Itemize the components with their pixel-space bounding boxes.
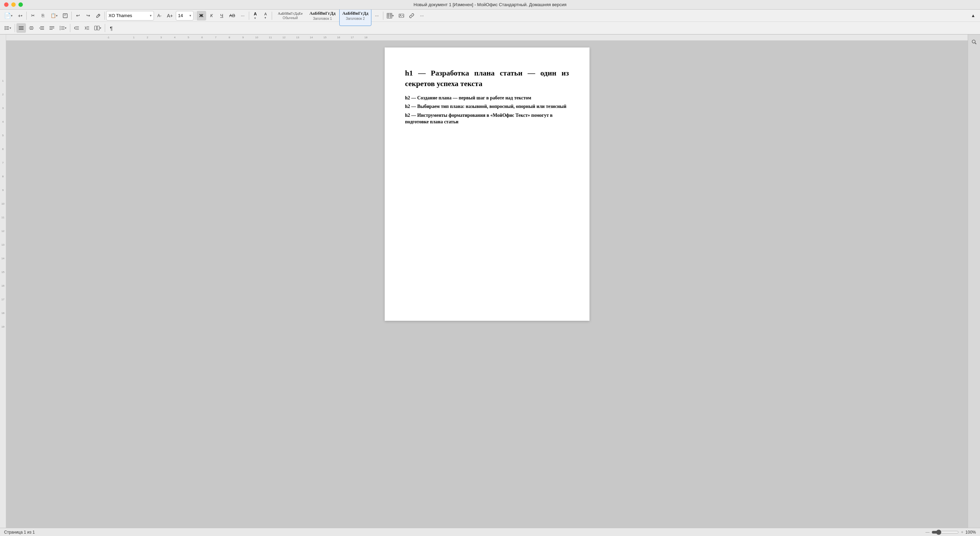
ruler-17: 17 <box>345 36 359 39</box>
zoom-slider[interactable] <box>932 530 959 535</box>
font-family-selector[interactable]: XO Thames ▾ <box>106 11 154 21</box>
cut-btn[interactable]: ✂ <box>28 11 38 21</box>
clear-format-btn[interactable] <box>94 11 103 21</box>
undo-btn[interactable]: ↩ <box>73 11 83 21</box>
table-btn[interactable]: ▾ <box>385 11 396 21</box>
line-spacing-icon <box>59 25 65 31</box>
link-btn[interactable] <box>407 11 417 21</box>
svg-rect-2 <box>387 13 392 18</box>
svg-point-8 <box>400 14 401 15</box>
sep-r3 <box>105 24 105 32</box>
style-heading1-preview: АаБбВвГгДд <box>310 11 336 16</box>
svg-point-13 <box>5 29 6 30</box>
indent-increase-btn[interactable] <box>82 23 91 33</box>
ruler-mark-2: 2 <box>0 93 6 107</box>
align-center-icon <box>29 25 34 31</box>
svg-point-11 <box>5 28 6 29</box>
ruler-top: -1 1 2 3 4 5 6 7 8 9 10 11 12 13 14 15 1… <box>6 35 968 41</box>
highlight-btn[interactable]: A ▾ <box>261 11 270 21</box>
ruler-11: 11 <box>264 36 277 39</box>
sep4 <box>195 12 195 20</box>
document-h2-2[interactable]: h2 — Выбираем тип плана: назывной, вопро… <box>405 103 569 110</box>
ruler-10: 10 <box>250 36 264 39</box>
ruler-left: 1 2 3 4 5 6 7 8 9 10 11 12 13 14 15 16 1… <box>0 35 6 528</box>
format-copy-btn[interactable] <box>60 11 70 21</box>
zoom-minus-label: — <box>925 530 929 534</box>
unordered-list-btn[interactable]: ▾ <box>2 23 13 33</box>
underline-btn[interactable]: Ч <box>217 11 227 21</box>
strikethrough-btn[interactable]: АВ <box>228 11 237 21</box>
ruler-mark-10: 10 <box>0 203 6 216</box>
ruler-13: 13 <box>291 36 304 39</box>
ruler-neg1: -1 <box>103 36 113 39</box>
font-color-btn[interactable]: A ▾ <box>251 11 260 21</box>
document-h2-3[interactable]: h2 — Инструменты форматирования в «МойОф… <box>405 112 569 125</box>
font-size-increase-btn[interactable]: A+ <box>165 11 175 21</box>
redo-btn[interactable]: ↪ <box>83 11 93 21</box>
search-btn[interactable] <box>969 37 979 47</box>
style-heading2-preview: АаБбВвГгДд <box>342 11 368 16</box>
image-icon <box>399 13 404 18</box>
indent-decrease-btn[interactable] <box>72 23 81 33</box>
sep7 <box>383 12 383 20</box>
show-formatting-btn[interactable]: ¶ <box>107 23 116 33</box>
content-area: -1 1 2 3 4 5 6 7 8 9 10 11 12 13 14 15 1… <box>6 35 968 528</box>
document-h1[interactable]: h1 — Разработка плана статьи — один из с… <box>405 68 569 89</box>
ruler-numbers: -1 1 2 3 4 5 6 7 8 9 10 11 12 13 14 15 1… <box>8 36 373 39</box>
ruler-mark-16: 16 <box>0 285 6 298</box>
ruler-14: 14 <box>304 36 318 39</box>
ruler-mark-3: 3 <box>0 107 6 121</box>
ruler-mark-17: 17 <box>0 298 6 312</box>
italic-btn[interactable]: К <box>207 11 216 21</box>
document-h2-1[interactable]: h2 — Создание плана — первый шаг в работ… <box>405 95 569 102</box>
copy-btn[interactable]: ⎘ <box>38 11 48 21</box>
ruler-7: 7 <box>209 36 223 39</box>
toolbar-collapse-btn[interactable]: ▲ <box>968 11 978 21</box>
bold-btn[interactable]: Ж <box>197 11 206 21</box>
ruler-3: 3 <box>154 36 168 39</box>
new-btn[interactable]: +▾ <box>15 11 25 21</box>
ruler-mark-6: 6 <box>0 148 6 161</box>
titlebar: Новый документ 1 [Изменен] - МойОфис Ста… <box>0 0 980 10</box>
align-right-btn[interactable] <box>37 23 46 33</box>
sep6 <box>272 12 272 20</box>
columns-btn[interactable]: ▾ <box>92 23 103 33</box>
zoom-controls: — + 100% <box>925 530 976 535</box>
svg-rect-36 <box>95 26 97 30</box>
toolbar: 📄▾ +▾ ✂ ⎘ 📋▾ ↩ ↪ XO Thames ▾ A- A+ 14 <box>0 10 980 35</box>
window-controls[interactable] <box>4 2 23 7</box>
sep-r2 <box>70 24 70 32</box>
close-button[interactable] <box>4 2 8 7</box>
ruler-mark-9: 9 <box>0 189 6 203</box>
page-info: Страница 1 из 1 <box>4 530 35 534</box>
font-size-value: 14 <box>178 13 188 18</box>
search-icon <box>972 39 977 45</box>
ruler-mark-14: 14 <box>0 257 6 271</box>
more-insert-btn[interactable]: ··· <box>417 11 427 21</box>
file-menu-btn[interactable]: 📄▾ <box>2 11 15 21</box>
ruler-15: 15 <box>318 36 332 39</box>
font-size-decrease-btn[interactable]: A- <box>154 11 164 21</box>
font-size-arrow: ▾ <box>189 14 191 18</box>
unordered-list-icon <box>4 25 10 31</box>
align-center-btn[interactable] <box>27 23 36 33</box>
svg-rect-37 <box>97 26 99 30</box>
font-size-selector[interactable]: 14 ▾ <box>176 11 194 21</box>
maximize-button[interactable] <box>18 2 23 7</box>
document-page[interactable]: h1 — Разработка плана статьи — один из с… <box>385 48 590 321</box>
more-styles-btn[interactable]: ··· <box>372 11 382 21</box>
minimize-button[interactable] <box>11 2 16 7</box>
more-format-btn[interactable]: ··· <box>238 11 248 21</box>
ruler-mark-1: 1 <box>0 80 6 93</box>
document-area[interactable]: h1 — Разработка плана статьи — один из с… <box>6 41 968 528</box>
align-justify-icon <box>18 25 24 31</box>
align-justify-btn[interactable] <box>16 23 26 33</box>
eraser-icon <box>95 13 101 18</box>
paste-btn[interactable]: 📋▾ <box>48 11 60 21</box>
ruler-mark-12: 12 <box>0 230 6 244</box>
svg-point-38 <box>972 40 975 43</box>
ruler-mark-7: 7 <box>0 161 6 175</box>
image-btn[interactable] <box>397 11 406 21</box>
align-full-btn[interactable] <box>47 23 57 33</box>
line-spacing-btn[interactable]: ▾ <box>57 23 68 33</box>
